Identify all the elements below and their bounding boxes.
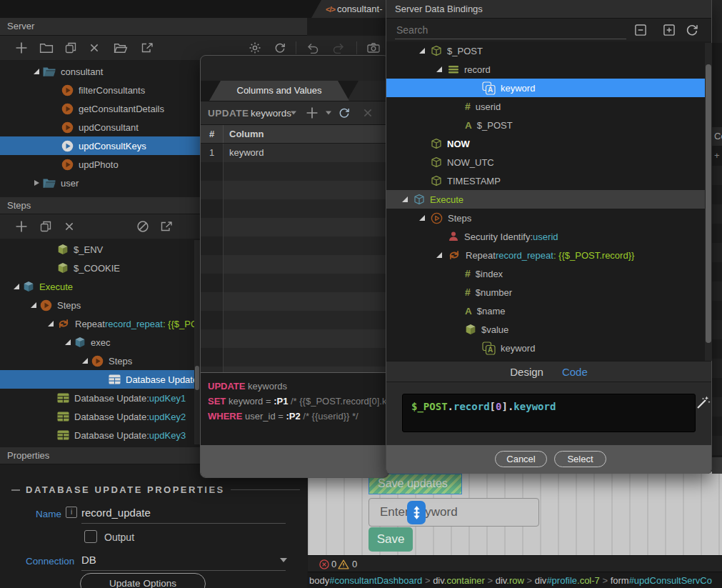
- table-name-select[interactable]: keywords: [251, 108, 291, 119]
- expanded-arrow-icon[interactable]: [419, 48, 425, 54]
- delete-icon[interactable]: [65, 222, 74, 231]
- grid-row[interactable]: [201, 292, 388, 311]
- info-icon[interactable]: i: [66, 507, 77, 518]
- caret-down-icon[interactable]: [291, 111, 296, 115]
- expanded-arrow-icon[interactable]: [65, 339, 71, 345]
- refresh-icon[interactable]: [686, 24, 699, 37]
- grid-row[interactable]: [201, 255, 388, 274]
- tree-item-post[interactable]: $_POST: [386, 41, 705, 60]
- grid-row[interactable]: [201, 181, 388, 199]
- breadcrumb-item[interactable]: .col-7: [577, 575, 600, 586]
- expanded-arrow-icon[interactable]: [34, 69, 39, 74]
- breadcrumb-item[interactable]: #profile: [546, 575, 577, 586]
- add-icon[interactable]: [16, 42, 28, 54]
- bindings-scrollbar[interactable]: [705, 43, 712, 361]
- tree-item-execute[interactable]: Execute: [386, 190, 705, 209]
- collapsed-arrow-icon[interactable]: [34, 180, 39, 186]
- expanded-arrow-icon[interactable]: [31, 302, 36, 308]
- redo-icon[interactable]: [332, 42, 345, 54]
- magic-wand-icon[interactable]: [696, 395, 711, 413]
- breadcrumb-item[interactable]: .container: [444, 575, 485, 586]
- tree-item-record[interactable]: record: [386, 60, 705, 79]
- keyword-input[interactable]: [368, 498, 539, 527]
- tree-item-name[interactable]: A$name: [386, 302, 705, 320]
- add-icon[interactable]: [16, 221, 28, 233]
- close-icon[interactable]: [363, 109, 373, 118]
- delete-icon[interactable]: [90, 44, 99, 53]
- breadcrumb-item[interactable]: div: [535, 575, 547, 586]
- tree-item-now[interactable]: NOW: [386, 134, 705, 153]
- grid-row[interactable]: 1keyword: [201, 144, 388, 162]
- save-button[interactable]: Save: [368, 527, 413, 552]
- screenshot-icon[interactable]: [367, 43, 380, 54]
- scrollbar-thumb[interactable]: [706, 64, 711, 343]
- connection-value[interactable]: DB: [81, 554, 96, 566]
- breadcrumb-item[interactable]: body: [309, 575, 329, 586]
- expanded-arrow-icon[interactable]: [14, 284, 19, 289]
- breadcrumb-item[interactable]: div: [496, 575, 507, 586]
- tree-item-now-utc[interactable]: NOW_UTC: [386, 153, 705, 171]
- grid-row[interactable]: [201, 367, 388, 372]
- tree-item-number[interactable]: #$number: [386, 283, 705, 302]
- breadcrumb-item[interactable]: div: [433, 575, 444, 586]
- refresh-icon[interactable]: [339, 107, 351, 119]
- tree-item-keyword[interactable]: Akeyword: [386, 79, 705, 97]
- tab-design[interactable]: Design: [510, 366, 543, 378]
- tab-next-fragment[interactable]: [347, 81, 389, 101]
- open-folder-icon[interactable]: [114, 43, 128, 54]
- update-options-button[interactable]: Update Options: [80, 573, 206, 588]
- refresh-icon[interactable]: [274, 42, 286, 54]
- tree-item-timestamp[interactable]: TIMESTAMP: [386, 171, 705, 190]
- tree-item-security-identify[interactable]: Security Identify: userid: [386, 227, 705, 246]
- folder-icon[interactable]: [40, 43, 54, 54]
- grid-row[interactable]: [201, 348, 388, 367]
- cancel-button[interactable]: Cancel: [495, 451, 547, 467]
- tree-item-post[interactable]: A$_POST: [386, 116, 705, 134]
- chevron-down-icon[interactable]: [280, 558, 287, 562]
- expand-all-icon[interactable]: [663, 24, 676, 36]
- grid-row[interactable]: [201, 329, 388, 348]
- breadcrumb-item[interactable]: #updConsultServCo: [629, 575, 712, 586]
- expanded-arrow-icon[interactable]: [436, 66, 442, 72]
- expanded-arrow-icon[interactable]: [82, 358, 88, 364]
- grid-row[interactable]: [201, 311, 388, 329]
- scrollbar-thumb[interactable]: [195, 366, 199, 390]
- tree-item-userid[interactable]: #userid: [386, 97, 705, 116]
- grid-row[interactable]: [201, 162, 388, 181]
- expanded-arrow-icon[interactable]: [436, 252, 442, 258]
- caret-down-icon[interactable]: [326, 111, 331, 115]
- expanded-arrow-icon[interactable]: [48, 321, 54, 327]
- error-count-icon[interactable]: [319, 559, 330, 569]
- deploy-icon[interactable]: [160, 221, 173, 233]
- undo-icon[interactable]: [306, 42, 319, 54]
- grid-row[interactable]: [201, 274, 388, 292]
- breadcrumb-item[interactable]: .row: [506, 575, 524, 586]
- copy-icon[interactable]: [65, 42, 76, 54]
- grid-row[interactable]: [201, 218, 388, 236]
- disable-icon[interactable]: [137, 221, 149, 233]
- warning-count-icon[interactable]: [338, 559, 349, 569]
- file-tab[interactable]: </> consultant-: [311, 0, 394, 18]
- name-value[interactable]: record_update: [81, 507, 151, 519]
- breadcrumb-item[interactable]: #consultantDashboard: [329, 575, 422, 586]
- expanded-arrow-icon[interactable]: [419, 215, 425, 221]
- settings-icon[interactable]: [249, 41, 261, 54]
- deploy-icon[interactable]: [141, 42, 154, 54]
- dynamic-value-icon[interactable]: [407, 501, 426, 524]
- tree-item-keyword[interactable]: Akeyword: [386, 339, 705, 357]
- select-button[interactable]: Select: [554, 451, 606, 467]
- search-input[interactable]: [395, 21, 626, 39]
- copy-icon[interactable]: [40, 221, 51, 233]
- expanded-arrow-icon[interactable]: [402, 196, 408, 202]
- output-checkbox[interactable]: [84, 530, 97, 543]
- tree-item-steps[interactable]: Steps: [386, 209, 705, 227]
- grid-row[interactable]: [201, 236, 388, 255]
- breadcrumb-item[interactable]: form: [611, 575, 629, 586]
- binding-expression-editor[interactable]: $_POST.record[0].keyword: [402, 394, 696, 432]
- steps-scrollbar[interactable]: [194, 240, 200, 444]
- tab-columns-and-values[interactable]: Columns and Values: [209, 81, 349, 101]
- grid-row[interactable]: [201, 199, 388, 218]
- tree-item-index[interactable]: #$index: [386, 264, 705, 283]
- collapse-all-icon[interactable]: [635, 24, 647, 36]
- add-icon[interactable]: [306, 107, 319, 119]
